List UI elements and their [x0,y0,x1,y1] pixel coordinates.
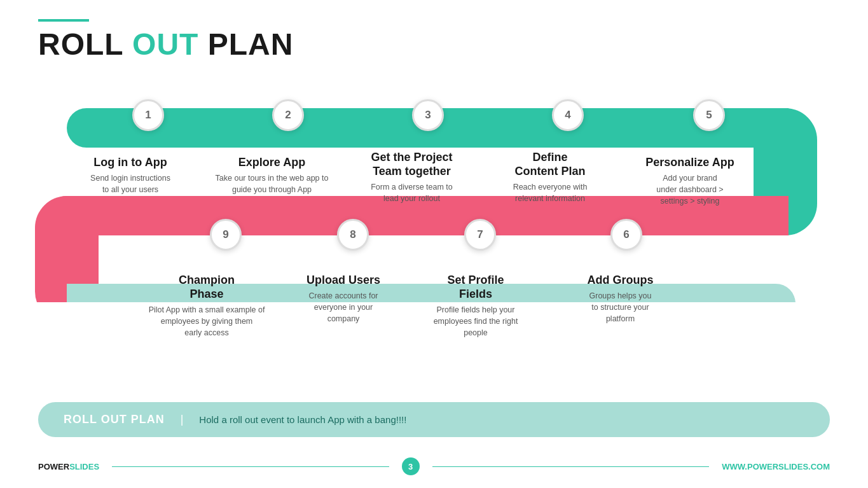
step-6-desc: Groups helps youto structure yourplatfor… [552,290,689,324]
step-9-content: ChampionPhase Pilot App with a small exa… [134,274,280,339]
step-6-circle: 6 [610,219,642,251]
step-9-desc: Pilot App with a small example ofemploye… [134,304,280,338]
svg-rect-7 [67,196,102,235]
footer-brand: POWERSLIDES [38,462,99,471]
step-3-circle: 3 [412,99,444,131]
step-1-desc: Send login instructionsto all your users [60,172,200,195]
svg-rect-2 [754,108,789,148]
title-part3: PLAN [208,27,294,61]
banner-separator: | [181,413,184,426]
step-7-content: Set ProfileFields Profile fields help yo… [406,274,546,339]
step-2-content: Explore App Take our tours in the web ap… [200,156,343,195]
footer-line-right [432,466,710,467]
footer-website: WWW.POWERSLIDES.COM [722,462,830,471]
step-5-circle: 5 [693,99,725,131]
step-3-title: Get the ProjectTeam together [340,151,483,178]
title-part2: OUT [132,27,208,61]
step-6-content: Add Groups Groups helps youto structure … [552,274,689,324]
step-4-desc: Reach everyone withrelevant information [477,181,623,204]
footer-brand-green: SLIDES [69,462,99,471]
step-4-circle: 4 [552,99,584,131]
footer-brand-bold: POWER [38,462,69,471]
step-9-circle: 9 [210,219,242,251]
bottom-banner: ROLL OUT PLAN | Hold a roll out event to… [38,402,830,437]
svg-rect-9 [99,196,111,235]
step-9-title: ChampionPhase [134,274,280,301]
footer: POWERSLIDES 3 WWW.POWERSLIDES.COM [0,457,868,475]
step-7-title: Set ProfileFields [406,274,546,301]
step-5-desc: Add your brandunder dashboard >settings … [620,172,760,207]
step-2-desc: Take our tours in the web app toguide yo… [200,172,343,195]
step-5-content: Personalize App Add your brandunder dash… [620,156,760,207]
header: ROLL OUT PLAN [38,19,293,62]
step-5-title: Personalize App [620,156,760,169]
banner-title: ROLL OUT PLAN [64,413,165,426]
step-8-desc: Create accounts foreveryone in yourcompa… [277,290,410,324]
step-3-content: Get the ProjectTeam together Form a dive… [340,151,483,204]
step-1-content: Log in to App Send login instructionsto … [60,156,200,195]
header-accent-line [38,19,89,22]
step-7-desc: Profile fields help youremployees find t… [406,304,546,338]
step-1-circle: 1 [132,99,164,131]
step-1-title: Log in to App [60,156,200,169]
step-8-circle: 8 [337,219,369,251]
step-2-circle: 2 [272,99,304,131]
step-4-title: DefineContent Plan [477,151,623,178]
step-8-title: Upload Users [277,274,410,287]
step-4-content: DefineContent Plan Reach everyone withre… [477,151,623,204]
step-7-circle: 7 [464,219,496,251]
footer-line-left [112,466,389,467]
footer-page-number: 3 [402,457,420,475]
step-6-title: Add Groups [552,274,689,287]
title-part1: ROLL [38,27,132,61]
step-3-desc: Form a diverse team tolead your rollout [340,181,483,204]
page-title: ROLL OUT PLAN [38,27,293,62]
step-2-title: Explore App [200,156,343,169]
banner-desc: Hold a roll out event to launch App with… [199,414,406,425]
step-8-content: Upload Users Create accounts foreveryone… [277,274,410,324]
